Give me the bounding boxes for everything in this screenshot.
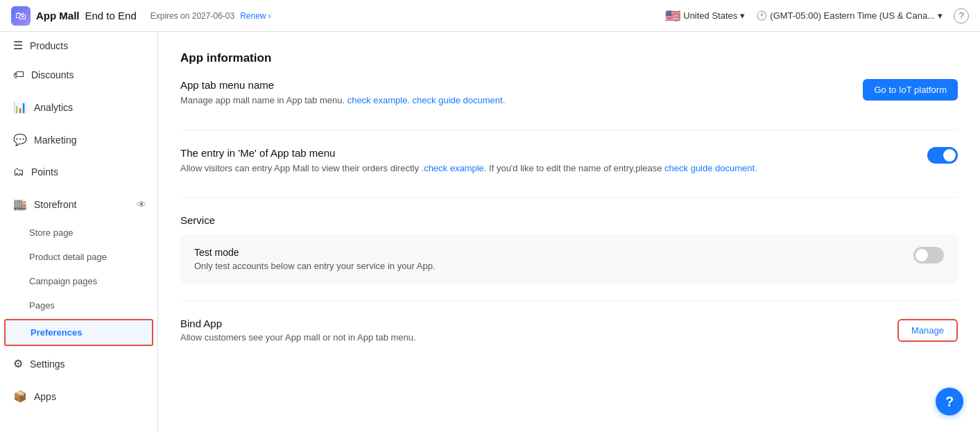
settings-icon: ⚙ (13, 357, 23, 370)
service-box: Test mode Only test accounts below can e… (180, 234, 958, 284)
sidebar-sub-item-pages[interactable]: Pages (0, 293, 157, 318)
sidebar-item-settings[interactable]: ⚙ Settings (0, 347, 157, 380)
points-icon: 🗂 (13, 166, 24, 178)
go-to-iot-platform-button[interactable]: Go to IoT platform (863, 79, 958, 101)
marketing-icon: 💬 (13, 133, 27, 146)
section-entry-in-me: The entry in 'Me' of App tab menu Allow … (180, 147, 958, 198)
expiry-badge: Expires on 2027-06-03 (151, 11, 234, 21)
apps-icon: 📦 (13, 390, 27, 403)
test-mode-desc: Only test accounts below can entry your … (194, 261, 436, 271)
content-area: App information App tab menu name Manage… (158, 32, 980, 432)
test-mode-toggle[interactable] (913, 247, 944, 263)
sidebar-item-label: Apps (34, 391, 56, 402)
sidebar-sub-item-preferences[interactable]: Preferences (4, 319, 153, 346)
bind-app-title: Bind App (180, 318, 416, 329)
topbar-right: 🇺🇸 United States ▾ 🕐 (GMT-05:00) Eastern… (665, 8, 969, 24)
section-header: The entry in 'Me' of App tab menu Allow … (180, 147, 958, 175)
section-content: The entry in 'Me' of App tab menu Allow … (180, 147, 757, 175)
sidebar-item-label: Points (31, 166, 58, 178)
section-header: App tab menu name Manage app mall name i… (180, 79, 958, 107)
manage-button[interactable]: Manage (897, 319, 958, 342)
check-example-link-2[interactable]: .check example. (422, 163, 487, 173)
sidebar-item-discounts[interactable]: 🏷 Discounts (0, 59, 157, 91)
section-desc: Allow visitors can entry App Mall to vie… (180, 162, 757, 175)
products-icon: ☰ (13, 39, 23, 52)
check-guide-link-2[interactable]: check guide document. (664, 163, 757, 173)
app-logo: 🛍 (11, 6, 31, 26)
app-subtitle: End to End (85, 10, 137, 21)
product-detail-label: Product detail page (29, 252, 107, 262)
timezone-label: (GMT-05:00) Eastern Time (US & Cana... (770, 10, 935, 21)
clock-icon: 🕐 (756, 10, 767, 21)
section-label: The entry in 'Me' of App tab menu (180, 147, 757, 159)
renew-link[interactable]: Renew › (240, 11, 271, 21)
service-box-content: Test mode Only test accounts below can e… (194, 247, 436, 271)
section-app-tab-menu-name: App tab menu name Manage app mall name i… (180, 79, 958, 130)
region-chevron-icon: ▾ (740, 10, 745, 21)
eye-icon[interactable]: 👁 (137, 199, 146, 210)
section-content: App tab menu name Manage app mall name i… (180, 79, 505, 107)
desc-text-before: Allow visitors can entry App Mall to vie… (180, 163, 422, 173)
sidebar-item-label: Settings (30, 358, 65, 370)
service-label: Service (180, 214, 958, 226)
app-title: App Mall (36, 10, 80, 21)
storefront-icon: 🏬 (13, 198, 27, 211)
topbar-left: 🛍 App Mall End to End Expires on 2027-06… (11, 6, 271, 26)
section-desc: Manage app mall name in App tab menu. ch… (180, 94, 505, 107)
sidebar-item-products[interactable]: ☰ Products (0, 32, 157, 59)
timezone-selector[interactable]: 🕐 (GMT-05:00) Eastern Time (US & Cana...… (756, 10, 943, 21)
analytics-icon: 📊 (13, 101, 27, 114)
section-label: App tab menu name (180, 79, 505, 91)
preferences-label: Preferences (31, 327, 82, 338)
section-service: Service Test mode Only test accounts bel… (180, 214, 958, 301)
topbar: 🛍 App Mall End to End Expires on 2027-06… (0, 0, 980, 32)
help-bubble[interactable]: ? (936, 388, 963, 415)
sidebar: ☰ Products 🏷 Discounts 📊 Analytics 💬 Mar… (0, 32, 158, 432)
region-label: United States (683, 10, 737, 21)
test-mode-title: Test mode (194, 247, 436, 258)
sidebar-item-marketing[interactable]: 💬 Marketing (0, 123, 157, 156)
sidebar-item-label: Analytics (34, 102, 73, 113)
bind-app-row: Bind App Allow customers see your App ma… (180, 318, 958, 343)
storefront-row: Storefront 👁 (34, 199, 146, 210)
sidebar-sub-item-campaign-pages[interactable]: Campaign pages (0, 269, 157, 293)
topbar-help-icon[interactable]: ? (954, 8, 969, 24)
sidebar-item-label: Marketing (34, 135, 76, 146)
sidebar-item-apps[interactable]: 📦 Apps (0, 380, 157, 413)
check-example-link[interactable]: check example. (347, 95, 410, 105)
store-page-label: Store page (29, 227, 74, 238)
main-layout: ☰ Products 🏷 Discounts 📊 Analytics 💬 Mar… (0, 32, 980, 432)
entry-me-toggle[interactable] (927, 147, 958, 164)
timezone-chevron-icon: ▾ (938, 10, 943, 21)
sidebar-item-points[interactable]: 🗂 Points (0, 156, 157, 188)
bind-app-desc: Allow customers see your App mall or not… (180, 332, 416, 343)
desc-text-middle: If you'd like to edit the name of entry,… (489, 163, 664, 173)
toggle-slider (913, 247, 944, 263)
region-selector[interactable]: 🇺🇸 United States ▾ (665, 8, 745, 24)
discounts-icon: 🏷 (13, 69, 24, 81)
sidebar-item-label: Products (30, 40, 68, 51)
bind-app-text: Bind App Allow customers see your App ma… (180, 318, 416, 343)
sidebar-item-analytics[interactable]: 📊 Analytics (0, 91, 157, 123)
sidebar-item-label: Discounts (31, 69, 74, 80)
desc-text: Manage app mall name in App tab menu. (180, 95, 347, 105)
check-guide-link[interactable]: check guide document. (413, 95, 506, 105)
page-title: App information (180, 51, 958, 65)
pages-label: Pages (29, 300, 55, 311)
campaign-pages-label: Campaign pages (29, 276, 97, 286)
toggle-slider (927, 147, 958, 164)
section-bind-app: Bind App Allow customers see your App ma… (180, 318, 958, 359)
sidebar-sub-item-store-page[interactable]: Store page (0, 221, 157, 245)
sidebar-item-storefront[interactable]: 🏬 Storefront 👁 (0, 188, 157, 221)
sidebar-item-label: Storefront (34, 199, 76, 210)
help-bubble-icon: ? (945, 394, 954, 410)
sidebar-sub-item-product-detail[interactable]: Product detail page (0, 245, 157, 269)
flag-icon: 🇺🇸 (665, 8, 680, 24)
